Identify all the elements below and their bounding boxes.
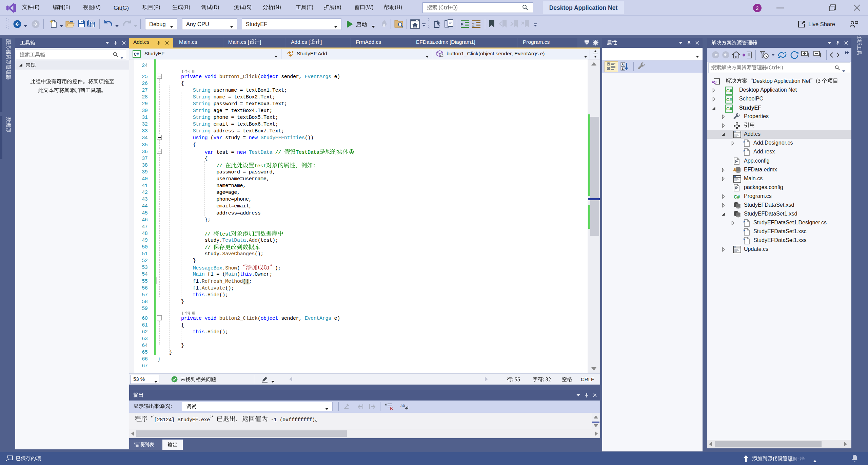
svg-text:2: 2 <box>472 22 475 27</box>
svg-text:C#: C# <box>726 97 732 102</box>
svg-text:C#: C# <box>734 194 740 200</box>
svg-text:ab: ab <box>400 403 405 408</box>
svg-text:C#: C# <box>726 88 732 93</box>
svg-text:C#: C# <box>726 106 732 111</box>
svg-text:A: A <box>622 63 624 66</box>
svg-text:C#: C# <box>134 52 139 57</box>
svg-text:Z: Z <box>622 67 624 70</box>
